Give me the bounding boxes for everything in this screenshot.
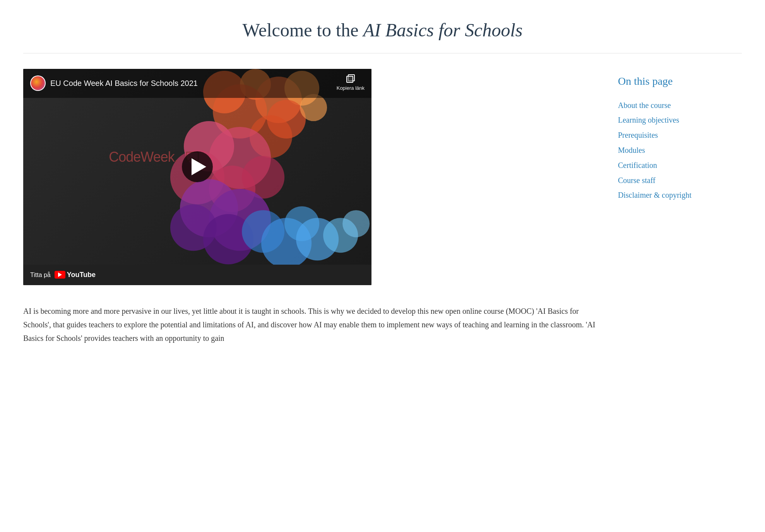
play-triangle-icon (192, 158, 206, 175)
watch-on-label: Titta på (30, 270, 51, 280)
video-bottom-bar: Titta på YouTube (23, 265, 371, 285)
video-container[interactable]: CodeWeek. EU Code Week AI Basics for Sch… (23, 69, 371, 285)
sidebar-link-about[interactable]: About the course (618, 101, 671, 109)
title-prefix: Welcome to the (243, 20, 363, 40)
youtube-play-icon (58, 272, 62, 277)
svg-point-22 (342, 210, 370, 237)
play-button[interactable] (182, 151, 213, 182)
video-top-bar: EU Code Week AI Basics for Schools 2021 … (23, 69, 371, 98)
title-italic: AI Basics for Schools (363, 20, 523, 40)
main-content: CodeWeek. EU Code Week AI Basics for Sch… (23, 69, 595, 285)
page-title: Welcome to the AI Basics for Schools (23, 15, 742, 53)
youtube-logo[interactable]: YouTube (55, 269, 96, 281)
video-title: EU Code Week AI Basics for Schools 2021 (50, 77, 198, 89)
body-text: AI is becoming more and more pervasive i… (23, 304, 604, 345)
codeweek-logo (30, 75, 46, 91)
svg-point-6 (300, 94, 327, 121)
sidebar-item-disclaimer[interactable]: Disclaimer & copyright (618, 189, 742, 201)
sidebar-item-about[interactable]: About the course (618, 99, 742, 111)
logo-inner (31, 76, 45, 90)
sidebar: On this page About the course Learning o… (618, 69, 742, 204)
sidebar-link-certification[interactable]: Certification (618, 161, 657, 169)
video-thumbnail[interactable]: CodeWeek. EU Code Week AI Basics for Sch… (23, 69, 371, 265)
sidebar-link-disclaimer[interactable]: Disclaimer & copyright (618, 191, 691, 199)
sidebar-link-staff[interactable]: Course staff (618, 176, 655, 185)
page-wrapper: Welcome to the AI Basics for Schools (0, 0, 765, 361)
copy-link-label: Kopiera länk (337, 84, 365, 92)
sidebar-item-learning[interactable]: Learning objectives (618, 114, 742, 126)
sidebar-link-learning[interactable]: Learning objectives (618, 116, 679, 124)
sidebar-item-staff[interactable]: Course staff (618, 174, 742, 186)
sidebar-link-prerequisites[interactable]: Prerequisites (618, 131, 658, 139)
youtube-icon (55, 271, 65, 279)
on-this-page-heading: On this page (618, 73, 742, 90)
copy-icon (346, 74, 355, 83)
intro-paragraph: AI is becoming more and more pervasive i… (23, 304, 604, 345)
sidebar-item-modules[interactable]: Modules (618, 144, 742, 156)
codeweek-text-value: CodeWeek. (109, 149, 178, 165)
sidebar-nav: About the course Learning objectives Pre… (618, 99, 742, 202)
sidebar-item-prerequisites[interactable]: Prerequisites (618, 129, 742, 141)
copy-link-button[interactable]: Kopiera länk (337, 74, 365, 92)
sidebar-item-certification[interactable]: Certification (618, 159, 742, 171)
sidebar-link-modules[interactable]: Modules (618, 146, 645, 154)
youtube-label: YouTube (67, 269, 96, 281)
content-area: CodeWeek. EU Code Week AI Basics for Sch… (23, 69, 742, 285)
